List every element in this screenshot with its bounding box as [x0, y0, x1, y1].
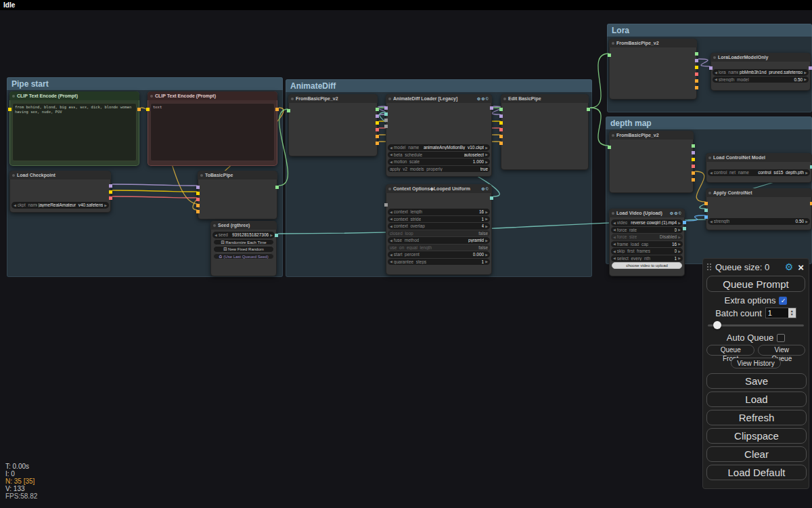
clipspace-button[interactable]: Clipspace [706, 428, 807, 444]
arrow-right-icon[interactable]: ▶ [485, 152, 488, 156]
input-slot[interactable] [384, 125, 388, 128]
widget-toggle[interactable]: use_on_equal_lengthfalse [388, 245, 490, 251]
widget-toggle[interactable]: closed_loopfalse [388, 230, 490, 237]
output-slot[interactable] [692, 171, 695, 175]
widget-combo[interactable]: ◀beta_scheduleautoselect▶ [388, 152, 490, 158]
node-seed-rgthree[interactable]: Seed (rgthree)◀seed939128151827306▶⚄ Ran… [210, 221, 277, 276]
input-slot[interactable] [196, 186, 200, 189]
output-slot[interactable] [275, 186, 279, 189]
output-slot[interactable] [109, 184, 112, 188]
node-to-basic-pipe[interactable]: ToBasicPipe [198, 171, 277, 219]
arrow-left-icon[interactable]: ◀ [390, 152, 392, 156]
input-slot[interactable] [499, 135, 503, 138]
input-slot[interactable] [704, 209, 708, 212]
widget-button[interactable]: ⚄ New Fixed Random [213, 246, 274, 253]
collapse-dot-icon[interactable] [612, 134, 614, 137]
input-slot[interactable] [287, 109, 290, 112]
output-slot[interactable] [275, 234, 278, 237]
output-slot[interactable] [109, 196, 112, 200]
node-title[interactable]: Seed (rgthree) [210, 221, 277, 230]
widget-combo[interactable]: ◀videoreverse cowgirl (1).mp4▶ [611, 219, 683, 226]
arrow-left-icon[interactable]: ◀ [613, 235, 616, 239]
node-title[interactable]: Load Checkpoint [9, 171, 111, 179]
node-title[interactable]: Context Options◆Looped Uniform⚙© [386, 184, 492, 193]
widget-combo[interactable]: ◀model_nameanimateAnyMotionBy_v10.ckpt▶ [388, 144, 490, 151]
drag-handle-icon[interactable] [706, 263, 712, 271]
node-apply-controlnet[interactable]: Apply ControlNet◀strength0.50▶ [706, 188, 812, 230]
arrow-right-icon[interactable]: ▶ [485, 160, 488, 164]
arrow-right-icon[interactable]: ▶ [805, 219, 808, 224]
collapse-dot-icon[interactable] [200, 174, 203, 177]
input-slot[interactable] [608, 54, 611, 57]
output-slot[interactable] [490, 106, 493, 110]
widget-combo[interactable]: ◀ckpt_namejaymeRealAmateur_v40.safetenso… [12, 202, 109, 209]
node-load-video-upload[interactable]: Load Video (Upload)⚙⚙©◀videoreverse cowg… [609, 209, 685, 276]
output-slot[interactable] [695, 86, 698, 89]
output-slot[interactable] [809, 66, 812, 70]
output-slot[interactable] [683, 221, 686, 224]
node-title[interactable]: Load ControlNet Model [706, 153, 812, 162]
view-history-button[interactable]: View History [731, 358, 780, 368]
load-button[interactable]: Load [706, 391, 807, 407]
node-title[interactable]: AnimateDiff Loader [Legacy]⚙⚙© [386, 94, 492, 103]
load-default-button[interactable]: Load Default [706, 465, 807, 480]
widget-combo[interactable]: ◀lora_namepbMmb3h1nd_pruned.safetensors▶ [713, 69, 809, 76]
output-slot[interactable] [275, 108, 279, 111]
spinner-icon[interactable]: ▲▼ [788, 308, 796, 318]
collapse-dot-icon[interactable] [612, 212, 614, 215]
node-title[interactable]: Load Video (Upload)⚙⚙© [609, 209, 685, 217]
arrow-left-icon[interactable]: ◀ [613, 249, 616, 253]
output-slot[interactable] [376, 108, 379, 111]
widget-num[interactable]: ◀context_length16▶ [388, 209, 490, 215]
node-lora-loader-model-only[interactable]: LoraLoaderModelOnly◀lora_namepbMmb3h1nd_… [710, 53, 811, 91]
arrow-right-icon[interactable]: ▶ [485, 253, 488, 257]
output-slot[interactable] [692, 144, 695, 148]
arrow-right-icon[interactable]: ▶ [485, 259, 488, 263]
arrow-left-icon[interactable]: ◀ [715, 77, 717, 81]
node-title[interactable]: FromBasicPipe_v2 [609, 131, 694, 140]
output-slot[interactable] [376, 135, 379, 138]
arrow-left-icon[interactable]: ◀ [390, 259, 392, 263]
output-slot[interactable] [376, 142, 379, 145]
node-title[interactable]: ToBasicPipe [198, 171, 277, 179]
collapse-dot-icon[interactable] [213, 224, 216, 227]
output-slot[interactable] [695, 52, 698, 56]
collapse-dot-icon[interactable] [12, 174, 15, 177]
widget-button[interactable]: choose video to upload [612, 262, 682, 269]
collapse-dot-icon[interactable] [713, 56, 716, 59]
arrow-left-icon[interactable]: ◀ [14, 203, 16, 207]
node-from-basic-pipe-depth[interactable]: FromBasicPipe_v2 [609, 131, 694, 193]
output-slot[interactable] [695, 72, 698, 76]
node-load-controlnet-model[interactable]: Load ControlNet Model◀control_net_nameco… [706, 153, 812, 183]
input-slot[interactable] [499, 108, 503, 111]
widget-num[interactable]: ◀frame_load_cap16▶ [611, 241, 683, 248]
node-load-checkpoint[interactable]: Load Checkpoint◀ckpt_namejaymeRealAmateu… [9, 171, 111, 213]
queue-front-button[interactable]: Queue Front [706, 345, 754, 356]
collapse-dot-icon[interactable] [612, 42, 614, 45]
widget-num[interactable]: ◀force_rate0▶ [611, 227, 683, 234]
batch-count-input[interactable]: 1 ▲▼ [765, 308, 796, 318]
node-title[interactable]: Apply ControlNet [706, 188, 812, 197]
clear-button[interactable]: Clear [706, 446, 807, 462]
input-slot[interactable] [499, 142, 503, 145]
view-queue-button[interactable]: View Queue [758, 345, 805, 356]
input-slot[interactable] [704, 215, 708, 219]
node-context-options-looped-uniform[interactable]: Context Options◆Looped Uniform⚙©◀context… [386, 184, 492, 275]
arrow-left-icon[interactable]: ◀ [710, 219, 713, 224]
group-title[interactable]: AnimateDiff [286, 79, 592, 92]
input-slot[interactable] [384, 106, 388, 110]
settings-gear-icon[interactable]: ⚙ [785, 262, 794, 272]
prompt-textarea[interactable]: text [150, 103, 275, 161]
collapse-dot-icon[interactable] [12, 95, 15, 98]
output-slot[interactable] [376, 114, 379, 118]
arrow-right-icon[interactable]: ▶ [485, 224, 488, 228]
queue-prompt-button[interactable]: Queue Prompt [706, 276, 805, 292]
input-slot[interactable] [709, 66, 713, 70]
slider-knob[interactable] [713, 321, 721, 329]
input-slot[interactable] [704, 202, 708, 205]
arrow-left-icon[interactable]: ◀ [613, 228, 616, 232]
input-slot[interactable] [499, 128, 503, 131]
node-clip-text-encode-negative[interactable]: CLIP Text Encode (Prompt)text [148, 91, 277, 166]
output-slot[interactable] [695, 59, 698, 62]
batch-count-slider[interactable] [708, 320, 804, 330]
